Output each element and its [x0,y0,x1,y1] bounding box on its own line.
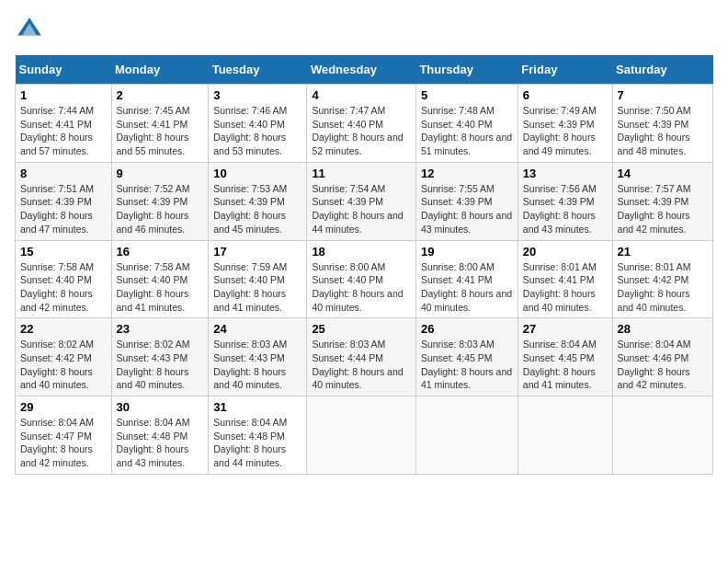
calendar-cell: 4 Sunrise: 7:47 AMSunset: 4:40 PMDayligh… [307,85,416,163]
calendar-cell: 11 Sunrise: 7:54 AMSunset: 4:39 PMDaylig… [307,162,416,240]
calendar-cell: 8 Sunrise: 7:51 AMSunset: 4:39 PMDayligh… [16,162,112,240]
cell-info: Sunrise: 7:45 AMSunset: 4:41 PMDaylight:… [117,104,204,158]
day-number: 11 [312,167,411,180]
cell-info: Sunrise: 8:02 AMSunset: 4:42 PMDaylight:… [20,338,107,392]
calendar-cell: 3 Sunrise: 7:46 AMSunset: 4:40 PMDayligh… [209,85,307,163]
day-header: Monday [111,55,209,85]
day-number: 25 [312,322,411,336]
day-number: 23 [117,322,204,336]
calendar-cell: 17 Sunrise: 7:59 AMSunset: 4:40 PMDaylig… [209,240,307,318]
day-number: 24 [213,322,301,336]
cell-info: Sunrise: 7:57 AMSunset: 4:39 PMDaylight:… [618,182,708,236]
calendar-week-row: 15 Sunrise: 7:58 AMSunset: 4:40 PMDaylig… [16,240,713,318]
calendar-cell: 16 Sunrise: 7:58 AMSunset: 4:40 PMDaylig… [111,240,209,318]
day-header: Friday [518,55,612,85]
day-header: Thursday [415,55,518,85]
cell-info: Sunrise: 8:03 AMSunset: 4:44 PMDaylight:… [312,338,411,392]
day-number: 17 [213,245,301,259]
day-header: Tuesday [209,55,307,85]
day-header: Sunday [16,55,112,85]
day-number: 27 [523,322,608,336]
day-number: 8 [20,167,107,180]
day-number: 5 [421,88,513,102]
cell-info: Sunrise: 7:54 AMSunset: 4:39 PMDaylight:… [312,182,411,236]
day-number: 6 [523,88,608,102]
calendar-cell: 21 Sunrise: 8:01 AMSunset: 4:42 PMDaylig… [612,240,712,318]
day-number: 26 [421,322,513,336]
cell-info: Sunrise: 8:00 AMSunset: 4:40 PMDaylight:… [312,260,411,315]
day-number: 18 [312,245,411,259]
header [15,15,713,44]
calendar-cell: 27 Sunrise: 8:04 AMSunset: 4:45 PMDaylig… [518,318,612,396]
cell-info: Sunrise: 8:04 AMSunset: 4:48 PMDaylight:… [117,416,204,470]
cell-info: Sunrise: 7:51 AMSunset: 4:39 PMDaylight:… [20,182,107,236]
day-number: 1 [20,88,107,102]
calendar-cell: 18 Sunrise: 8:00 AMSunset: 4:40 PMDaylig… [307,240,416,318]
logo-icon [15,15,44,44]
cell-info: Sunrise: 8:04 AMSunset: 4:47 PMDaylight:… [20,416,107,470]
calendar-cell: 1 Sunrise: 7:44 AMSunset: 4:41 PMDayligh… [16,85,112,163]
day-number: 31 [213,400,301,414]
calendar-cell: 24 Sunrise: 8:03 AMSunset: 4:43 PMDaylig… [209,318,307,396]
cell-info: Sunrise: 8:03 AMSunset: 4:43 PMDaylight:… [213,338,301,392]
calendar-cell: 5 Sunrise: 7:48 AMSunset: 4:40 PMDayligh… [415,85,518,163]
calendar-week-row: 8 Sunrise: 7:51 AMSunset: 4:39 PMDayligh… [16,162,713,240]
cell-info: Sunrise: 7:59 AMSunset: 4:40 PMDaylight:… [213,260,301,315]
cell-info: Sunrise: 8:04 AMSunset: 4:46 PMDaylight:… [618,338,708,392]
cell-info: Sunrise: 7:52 AMSunset: 4:39 PMDaylight:… [117,182,204,236]
calendar-cell [307,396,416,475]
calendar-week-row: 29 Sunrise: 8:04 AMSunset: 4:47 PMDaylig… [16,396,713,475]
calendar-table: SundayMondayTuesdayWednesdayThursdayFrid… [15,55,713,475]
calendar-cell [612,396,712,475]
calendar-cell [518,396,612,475]
calendar-cell: 6 Sunrise: 7:49 AMSunset: 4:39 PMDayligh… [518,85,612,163]
cell-info: Sunrise: 8:01 AMSunset: 4:42 PMDaylight:… [618,260,708,315]
day-number: 2 [117,88,204,102]
day-number: 28 [618,322,708,336]
day-number: 30 [117,400,204,414]
cell-info: Sunrise: 8:01 AMSunset: 4:41 PMDaylight:… [523,260,608,315]
calendar-cell: 30 Sunrise: 8:04 AMSunset: 4:48 PMDaylig… [111,396,209,475]
day-number: 3 [213,88,301,102]
day-number: 12 [421,167,513,180]
day-header: Wednesday [307,55,416,85]
day-number: 10 [213,167,301,180]
calendar-cell: 31 Sunrise: 8:04 AMSunset: 4:48 PMDaylig… [209,396,307,475]
cell-info: Sunrise: 7:56 AMSunset: 4:39 PMDaylight:… [523,182,608,236]
calendar-cell: 2 Sunrise: 7:45 AMSunset: 4:41 PMDayligh… [111,85,209,163]
calendar-cell: 28 Sunrise: 8:04 AMSunset: 4:46 PMDaylig… [612,318,712,396]
calendar-cell: 22 Sunrise: 8:02 AMSunset: 4:42 PMDaylig… [16,318,112,396]
day-number: 4 [312,88,411,102]
calendar-cell [415,396,518,475]
calendar-week-row: 1 Sunrise: 7:44 AMSunset: 4:41 PMDayligh… [16,85,713,163]
day-number: 16 [117,245,204,259]
calendar-body: 1 Sunrise: 7:44 AMSunset: 4:41 PMDayligh… [16,85,713,475]
day-number: 21 [618,245,708,259]
calendar-cell: 29 Sunrise: 8:04 AMSunset: 4:47 PMDaylig… [16,396,112,475]
calendar-cell: 7 Sunrise: 7:50 AMSunset: 4:39 PMDayligh… [612,85,712,163]
calendar-cell: 26 Sunrise: 8:03 AMSunset: 4:45 PMDaylig… [415,318,518,396]
cell-info: Sunrise: 7:58 AMSunset: 4:40 PMDaylight:… [20,260,107,315]
cell-info: Sunrise: 7:48 AMSunset: 4:40 PMDaylight:… [421,104,513,158]
calendar-header-row: SundayMondayTuesdayWednesdayThursdayFrid… [16,55,713,85]
day-number: 20 [523,245,608,259]
calendar-cell: 10 Sunrise: 7:53 AMSunset: 4:39 PMDaylig… [209,162,307,240]
day-number: 13 [523,167,608,180]
cell-info: Sunrise: 7:47 AMSunset: 4:40 PMDaylight:… [312,104,411,158]
cell-info: Sunrise: 7:53 AMSunset: 4:39 PMDaylight:… [213,182,301,236]
calendar-cell: 23 Sunrise: 8:02 AMSunset: 4:43 PMDaylig… [111,318,209,396]
calendar-cell: 19 Sunrise: 8:00 AMSunset: 4:41 PMDaylig… [415,240,518,318]
cell-info: Sunrise: 7:49 AMSunset: 4:39 PMDaylight:… [523,104,608,158]
cell-info: Sunrise: 8:04 AMSunset: 4:45 PMDaylight:… [523,338,608,392]
calendar-cell: 13 Sunrise: 7:56 AMSunset: 4:39 PMDaylig… [518,162,612,240]
calendar-cell: 14 Sunrise: 7:57 AMSunset: 4:39 PMDaylig… [612,162,712,240]
calendar-cell: 15 Sunrise: 7:58 AMSunset: 4:40 PMDaylig… [16,240,112,318]
day-number: 29 [20,400,107,414]
cell-info: Sunrise: 8:04 AMSunset: 4:48 PMDaylight:… [213,416,301,470]
day-number: 9 [117,167,204,180]
day-number: 22 [20,322,107,336]
day-number: 14 [618,167,708,180]
cell-info: Sunrise: 7:58 AMSunset: 4:40 PMDaylight:… [117,260,204,315]
day-header: Saturday [612,55,712,85]
calendar-cell: 9 Sunrise: 7:52 AMSunset: 4:39 PMDayligh… [111,162,209,240]
